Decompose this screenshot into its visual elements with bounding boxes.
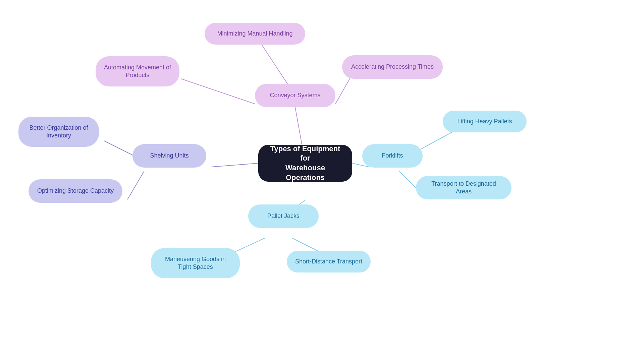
svg-line-4	[211, 163, 258, 167]
shelving-units-node: Shelving Units	[132, 144, 206, 168]
forklifts-node: Forklifts	[362, 144, 423, 168]
lifting-heavy-node: Lifting Heavy Pallets	[443, 111, 527, 132]
minimizing-manual-node: Minimizing Manual Handling	[205, 23, 305, 45]
svg-line-3	[335, 74, 352, 104]
maneuvering-goods-node: Maneuvering Goods in Tight Spaces	[151, 248, 240, 278]
automating-movement-node: Automating Movement of Products	[96, 56, 179, 86]
center-node: Types of Equipment forWarehouse Operatio…	[258, 145, 352, 182]
accelerating-processing-node: Accelerating Processing Times	[342, 55, 443, 79]
pallet-jacks-node: Pallet Jacks	[248, 204, 319, 228]
svg-line-6	[127, 171, 144, 199]
optimizing-storage-node: Optimizing Storage Capacity	[29, 179, 122, 203]
short-distance-node: Short-Distance Transport	[287, 251, 371, 273]
transport-designated-node: Transport to Designated Areas	[416, 176, 512, 199]
better-organization-node: Better Organization of Inventory	[18, 117, 99, 147]
svg-line-2	[181, 79, 255, 104]
conveyor-systems-node: Conveyor Systems	[255, 84, 335, 107]
